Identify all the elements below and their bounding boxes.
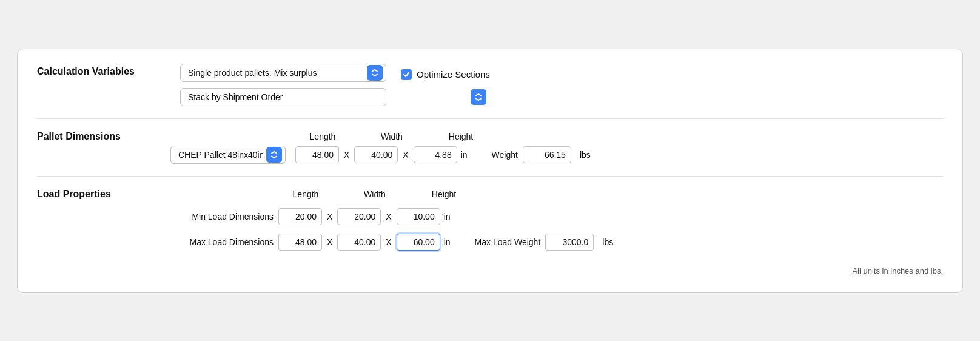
pallet-type-select[interactable]: Single product pallets. Mix surplusMixed… [180, 64, 386, 82]
max-length-input[interactable] [278, 234, 322, 251]
optimize-row: Optimize Sections [401, 66, 490, 80]
min-height-input[interactable] [397, 208, 440, 225]
optimize-label: Optimize Sections [417, 69, 490, 79]
pallet-type-select-wrapper: Single product pallets. Mix surplusMixed… [180, 64, 386, 82]
pallet-model-select[interactable]: CHEP Pallet 48inx40inStandard 48inx40inE… [170, 146, 286, 164]
max-weight-row: Max Load Weight lbs [475, 234, 614, 251]
pallet-dims-title-spacer: Pallet Dimensions [37, 131, 170, 142]
main-panel: Calculation Variables Single product pal… [17, 49, 963, 293]
stack-order-select[interactable]: Stack by Shipment OrderNo stack preferen… [180, 88, 386, 106]
pallet-x-sep-1: X [344, 150, 349, 160]
pallet-length-header: Length [295, 132, 350, 141]
max-load-label: Max Load Dimensions [170, 237, 274, 247]
max-unit-label: in [444, 237, 451, 247]
stack-order-select-wrapper: Stack by Shipment OrderNo stack preferen… [180, 88, 490, 106]
pallet-dims-section: Pallet Dimensions Length Width Height CH… [37, 118, 943, 164]
calc-controls: Single product pallets. Mix surplusMixed… [180, 64, 490, 106]
optimize-checkbox[interactable] [401, 69, 412, 80]
pallet-width-header: Width [364, 132, 419, 141]
min-width-input[interactable] [337, 208, 381, 225]
load-length-header: Length [278, 189, 333, 199]
min-x-sep-2: X [386, 212, 391, 221]
max-weight-label: Max Load Weight [475, 237, 541, 247]
pallet-weight-label: Weight [492, 150, 518, 160]
pallet-model-select-wrapper: CHEP Pallet 48inx40inStandard 48inx40inE… [170, 146, 286, 164]
max-height-input[interactable] [397, 234, 440, 251]
calc-vars-section: Calculation Variables Single product pal… [37, 64, 943, 106]
pallet-height-input[interactable] [414, 146, 457, 163]
pallet-weight-row: Weight lbs [492, 146, 591, 163]
load-props-title: Load Properties [37, 186, 111, 199]
min-x-sep-1: X [327, 212, 332, 221]
load-props-section: Load Properties Length Width Height Min … [37, 176, 943, 275]
load-width-header: Width [347, 189, 402, 199]
min-load-label: Min Load Dimensions [170, 212, 274, 221]
max-width-input[interactable] [337, 234, 381, 251]
footer-note: All units in inches and lbs. [37, 266, 943, 275]
pallet-x-sep-2: X [403, 150, 408, 160]
pallet-weight-input[interactable] [523, 146, 571, 163]
pallet-length-input[interactable] [295, 146, 339, 163]
min-unit-label: in [444, 212, 451, 221]
max-x-sep-2: X [386, 237, 391, 247]
calc-vars-title: Calculation Variables [37, 64, 170, 77]
min-length-input[interactable] [278, 208, 322, 225]
max-weight-unit: lbs [602, 237, 613, 247]
max-x-sep-1: X [327, 237, 332, 247]
pallet-dims-title: Pallet Dimensions [37, 129, 121, 141]
pallet-width-input[interactable] [354, 146, 398, 163]
stack-order-chevron-icon [471, 89, 486, 105]
pallet-unit-label: in [461, 150, 468, 160]
max-weight-input[interactable] [545, 234, 594, 251]
load-height-header: Height [417, 189, 471, 199]
pallet-weight-unit: lbs [580, 150, 591, 160]
pallet-height-header: Height [434, 132, 488, 141]
